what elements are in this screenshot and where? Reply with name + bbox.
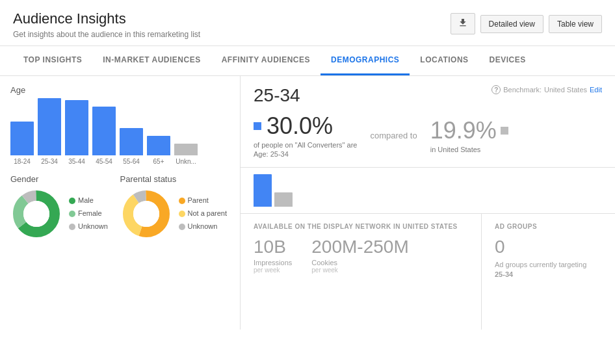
edit-benchmark-link[interactable]: Edit: [590, 86, 602, 94]
bar-group: 45-54: [92, 107, 116, 165]
tab-top-insights[interactable]: TOP INSIGHTS: [13, 46, 92, 75]
gender-legend-unknown: Unknown: [69, 220, 108, 233]
bar-group: 25-34: [38, 98, 61, 165]
selected-age-range: 25-34: [254, 85, 300, 106]
bar-group: 55-64: [120, 128, 143, 165]
impressions-label: Impressions: [254, 259, 292, 266]
page-title: Audience Insights: [13, 10, 200, 27]
table-view-button[interactable]: Table view: [549, 15, 602, 33]
gender-legend: Male Female Unknown: [69, 194, 108, 233]
bar-group: 18-24: [10, 122, 34, 165]
page-subtitle: Get insights about the audience in this …: [13, 30, 200, 39]
parental-donut-chart: [120, 188, 172, 240]
download-button[interactable]: [451, 13, 475, 34]
secondary-pct: 19.9%: [430, 117, 508, 144]
bar-label: 25-34: [41, 158, 58, 165]
stats-row: 30.0% of people on "All Converters" are …: [254, 112, 602, 158]
bar-label: 18-24: [14, 158, 31, 165]
tab-bar: TOP INSIGHTS IN-MARKET AUDIENCES AFFINIT…: [0, 46, 615, 76]
tab-affinity[interactable]: AFFINITY AUDIENCES: [211, 46, 321, 75]
compared-to-label: compared to: [370, 131, 417, 140]
download-icon: [458, 18, 468, 28]
secondary-stat: 19.9% in United States: [430, 117, 508, 153]
bottom-right-panels: AVAILABLE ON THE DISPLAY NETWORK IN UNIT…: [241, 213, 615, 330]
parental-legend-unknown: Unknown: [179, 220, 228, 233]
age-bar[interactable]: [10, 122, 34, 155]
network-title: AVAILABLE ON THE DISPLAY NETWORK IN UNIT…: [254, 223, 468, 230]
parental-legend-parent: Parent: [179, 194, 228, 207]
cookies-stat: 200M-250M Cookies per week: [311, 237, 408, 274]
header-right: Detailed view Table view: [451, 13, 602, 34]
primary-stat: 30.0% of people on "All Converters" are …: [254, 112, 357, 158]
parental-section: Parental status: [120, 174, 230, 240]
bar-label: 55-64: [123, 158, 140, 165]
bar-group: 35-44: [65, 100, 88, 165]
bar-group: Unkn...: [174, 144, 198, 165]
network-stats: 10B Impressions per week 200M-250M Cooki…: [254, 237, 468, 274]
cookies-value: 200M-250M: [311, 237, 408, 257]
gender-legend-male: Male: [69, 194, 108, 207]
impressions-stat: 10B Impressions per week: [254, 237, 292, 274]
age-detail-panel: 25-34 ? Benchmark: United States Edit 30…: [241, 76, 615, 168]
benchmark-label: Benchmark:: [503, 86, 542, 94]
tab-in-market[interactable]: IN-MARKET AUDIENCES: [92, 46, 211, 75]
network-panel: AVAILABLE ON THE DISPLAY NETWORK IN UNIT…: [241, 214, 482, 330]
benchmark-icon: ?: [491, 85, 501, 94]
page-header: Audience Insights Get insights about the…: [0, 0, 615, 46]
age-bar[interactable]: [92, 107, 116, 155]
impressions-sub: per week: [254, 266, 292, 274]
parental-legend-notparent: Not a parent: [179, 207, 228, 220]
parental-donut-container: Parent Not a parent Unknown: [120, 188, 230, 240]
parental-donut-svg: [120, 188, 172, 240]
bar-label: 45-54: [96, 158, 112, 165]
bottom-section: Gender Male: [10, 174, 229, 240]
mini-bar-chart: [241, 168, 615, 213]
age-bar[interactable]: [65, 100, 88, 155]
parental-legend: Parent Not a parent Unknown: [179, 194, 228, 233]
adgroups-panel: AD GROUPS 0 Ad groups currently targetin…: [482, 214, 615, 330]
primary-desc2: Age: 25-34: [254, 150, 357, 158]
gray-square-icon: [501, 127, 508, 135]
gender-donut-chart: [10, 188, 62, 240]
bar-label: Unkn...: [176, 158, 196, 165]
tab-demographics[interactable]: DEMOGRAPHICS: [321, 46, 410, 75]
header-left: Audience Insights Get insights about the…: [13, 10, 200, 39]
mini-bar-primary: [254, 174, 272, 207]
benchmark-value: United States: [544, 86, 587, 94]
parental-title: Parental status: [120, 174, 230, 184]
gender-donut-svg: [10, 188, 62, 240]
adgroups-desc: Ad groups currently targeting 25-34: [495, 260, 602, 280]
secondary-desc: in United States: [430, 146, 508, 153]
left-panel: Age 18-2425-3435-4445-5455-6465+Unkn... …: [0, 76, 241, 330]
svg-point-3: [23, 201, 49, 227]
mini-bar-secondary: [274, 192, 293, 207]
detailed-view-button[interactable]: Detailed view: [480, 15, 543, 33]
tab-devices[interactable]: DEVICES: [479, 46, 536, 75]
cookies-sub: per week: [311, 266, 408, 274]
blue-square-icon: [254, 122, 261, 130]
cookies-label: Cookies: [311, 259, 408, 266]
gender-legend-female: Female: [69, 207, 108, 220]
age-bar[interactable]: [120, 128, 143, 155]
gender-title: Gender: [10, 174, 120, 184]
tab-locations[interactable]: LOCATIONS: [410, 46, 478, 75]
gender-section: Gender Male: [10, 174, 120, 240]
primary-pct: 30.0%: [254, 112, 357, 140]
benchmark-row: ? Benchmark: United States Edit: [491, 85, 602, 94]
age-bar-chart: 18-2425-3435-4445-5455-6465+Unkn...: [10, 100, 229, 165]
adgroups-title: AD GROUPS: [495, 223, 602, 230]
impressions-value: 10B: [254, 237, 292, 257]
right-panel: 25-34 ? Benchmark: United States Edit 30…: [241, 76, 615, 330]
bar-group: 65+: [147, 136, 170, 165]
adgroups-value: 0: [495, 237, 602, 257]
main-content: Age 18-2425-3435-4445-5455-6465+Unkn... …: [0, 76, 615, 330]
gender-donut-container: Male Female Unknown: [10, 188, 120, 240]
primary-desc1: of people on "All Converters" are: [254, 141, 357, 149]
bar-label: 35-44: [68, 158, 85, 165]
age-bar[interactable]: [147, 136, 170, 155]
bar-label: 65+: [153, 158, 164, 165]
svg-point-7: [133, 201, 159, 227]
age-bar[interactable]: [174, 144, 198, 155]
age-bar[interactable]: [38, 98, 61, 155]
age-chart-title: Age: [10, 85, 229, 95]
